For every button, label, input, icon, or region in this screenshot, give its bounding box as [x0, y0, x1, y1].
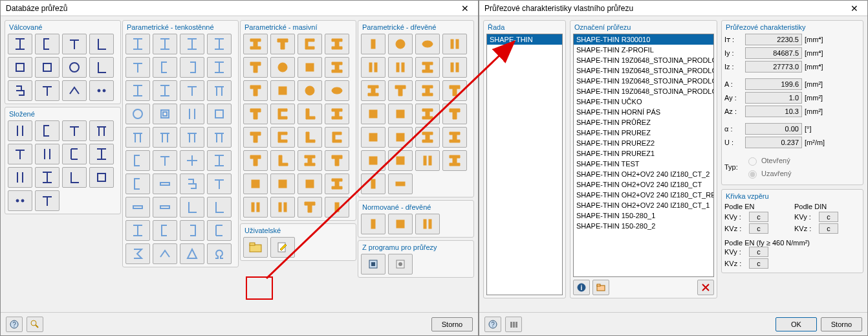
- shape-btn-z[interactable]: [8, 80, 32, 101]
- search-icon[interactable]: [27, 317, 43, 332]
- shape-btn-fi[interactable]: [442, 150, 467, 171]
- shape-btn-ft[interactable]: [298, 197, 322, 218]
- shape-btn-fsq[interactable]: [270, 80, 295, 101]
- char-value[interactable]: [745, 34, 802, 45]
- shape-btn-pi[interactable]: [207, 127, 232, 148]
- shape-btn-cl[interactable]: [125, 150, 150, 171]
- close-icon[interactable]: ✕: [452, 1, 478, 16]
- shape-btn-t[interactable]: [62, 34, 87, 54]
- shape-btn-ii[interactable]: [35, 144, 60, 164]
- shape-btn-fi[interactable]: [325, 174, 349, 194]
- shape-btn-t[interactable]: [180, 80, 204, 101]
- char-value[interactable]: [745, 137, 802, 148]
- shape-btn-ft[interactable]: [243, 80, 268, 101]
- list-item[interactable]: SHAPE-THIN HORNÍ PÁS: [574, 107, 713, 117]
- char-value[interactable]: [745, 61, 802, 73]
- shape-btn-hsq[interactable]: [153, 104, 177, 124]
- list-item[interactable]: SHAPE-THIN Z-PROFIL: [574, 45, 713, 55]
- shape-btn-cl[interactable]: [125, 174, 150, 194]
- ozn-listbox[interactable]: SHAPE-THIN R300010SHAPE-THIN Z-PROFILSHA…: [573, 34, 714, 277]
- shape-btn-sq[interactable]: [8, 57, 32, 78]
- shape-btn-om[interactable]: [207, 243, 232, 264]
- shape-btn-ft[interactable]: [388, 80, 413, 101]
- list-item[interactable]: SHAPE-THIN R300010: [574, 34, 713, 45]
- typ-open-radio[interactable]: Otevřený: [745, 155, 791, 166]
- shape-btn-t[interactable]: [35, 80, 60, 101]
- shape-btn-t[interactable]: [8, 144, 32, 164]
- shape-btn-pl[interactable]: [125, 197, 150, 218]
- library-icon[interactable]: [505, 317, 522, 332]
- shape-btn-fsq[interactable]: [388, 127, 413, 148]
- shape-btn-ii[interactable]: [8, 167, 32, 188]
- shape-btn-fsq[interactable]: [298, 57, 322, 78]
- list-item[interactable]: SHAPE-THIN 19Z0648_STOJINA_PRODLC: [574, 86, 713, 96]
- list-item[interactable]: SHAPE-THIN OH2+OV2 240 IZ180_CT: [574, 179, 713, 190]
- list-item[interactable]: SHAPE-THIN PRŮŘEZ: [574, 117, 713, 128]
- shape-btn-x[interactable]: [180, 150, 204, 171]
- shape-btn-tri[interactable]: [180, 243, 204, 264]
- shape-btn-fpv[interactable]: [361, 34, 385, 54]
- shape-btn-u[interactable]: [62, 144, 87, 164]
- program-1-button[interactable]: [361, 254, 385, 274]
- shape-btn-f2v[interactable]: [415, 214, 440, 234]
- shape-btn-ft[interactable]: [243, 127, 268, 148]
- shape-btn-u[interactable]: [207, 220, 232, 241]
- list-item[interactable]: SHAPE-THIN UČKO: [574, 96, 713, 107]
- shape-btn-hat[interactable]: [62, 80, 87, 101]
- shape-btn-fi[interactable]: [325, 57, 349, 78]
- shape-btn-l[interactable]: [89, 34, 114, 54]
- shape-btn-l[interactable]: [62, 167, 87, 188]
- shape-btn-i[interactable]: [8, 34, 32, 54]
- shape-btn-fu[interactable]: [270, 104, 295, 124]
- shape-btn-i[interactable]: [125, 34, 150, 54]
- char-value[interactable]: [745, 106, 802, 117]
- shape-btn-pi[interactable]: [125, 127, 150, 148]
- shape-btn-fci[interactable]: [298, 80, 322, 101]
- close-icon[interactable]: ✕: [841, 1, 867, 16]
- shape-btn-fsq[interactable]: [388, 150, 413, 171]
- storno-button-right[interactable]: Storno: [821, 317, 862, 331]
- shape-btn-fi[interactable]: [298, 150, 322, 171]
- shape-btn-f2v[interactable]: [361, 57, 385, 78]
- shape-btn-i[interactable]: [207, 150, 232, 171]
- kvz-en460-field[interactable]: [749, 258, 768, 269]
- shape-btn-i[interactable]: [207, 57, 232, 78]
- shape-btn-i[interactable]: [35, 167, 60, 188]
- shape-btn-fci[interactable]: [270, 57, 295, 78]
- shape-btn-t[interactable]: [35, 190, 60, 211]
- typ-closed-radio[interactable]: Uzavřený: [745, 168, 791, 179]
- shape-btn-cl[interactable]: [153, 220, 177, 241]
- shape-btn-fi[interactable]: [415, 80, 440, 101]
- shape-btn-pi[interactable]: [207, 80, 232, 101]
- shape-btn-f2v[interactable]: [243, 197, 268, 218]
- shape-btn-fi[interactable]: [415, 57, 440, 78]
- shape-btn-cl[interactable]: [35, 34, 60, 54]
- shape-btn-ci[interactable]: [62, 57, 87, 78]
- shape-btn-fsq[interactable]: [361, 127, 385, 148]
- list-item[interactable]: SHAPE-THIN OH2+OV2 240 IZ180_CT_RE: [574, 190, 713, 200]
- shape-btn-fsq[interactable]: [361, 150, 385, 171]
- shape-btn-pl[interactable]: [153, 197, 177, 218]
- shape-btn-fl[interactable]: [270, 150, 295, 171]
- shape-btn-t[interactable]: [207, 174, 232, 194]
- list-item[interactable]: SHAPE-THIN 150-280_2: [574, 221, 713, 231]
- shape-btn-fi[interactable]: [415, 127, 440, 148]
- help-icon[interactable]: ?: [6, 317, 23, 332]
- shape-btn-fpv[interactable]: [361, 214, 385, 234]
- shape-btn-fi[interactable]: [325, 104, 349, 124]
- shape-btn-cl[interactable]: [153, 57, 177, 78]
- user-edit-button[interactable]: [270, 237, 295, 258]
- shape-btn-fi[interactable]: [442, 127, 467, 148]
- delete-icon[interactable]: [697, 280, 714, 295]
- shape-btn-ft[interactable]: [243, 150, 268, 171]
- shape-btn-sq[interactable]: [207, 104, 232, 124]
- shape-btn-fl[interactable]: [298, 104, 322, 124]
- shape-btn-pi[interactable]: [89, 120, 114, 141]
- info-icon[interactable]: i: [573, 280, 590, 295]
- list-item[interactable]: SHAPE-THIN PRUREZ2: [574, 138, 713, 148]
- shape-btn-fsq[interactable]: [388, 214, 413, 234]
- kvy-en460-field[interactable]: [749, 247, 768, 257]
- shape-btn-ft[interactable]: [442, 104, 467, 124]
- list-item[interactable]: SHAPE-THIN PRUREZ1: [574, 148, 713, 159]
- shape-btn-l[interactable]: [89, 57, 114, 78]
